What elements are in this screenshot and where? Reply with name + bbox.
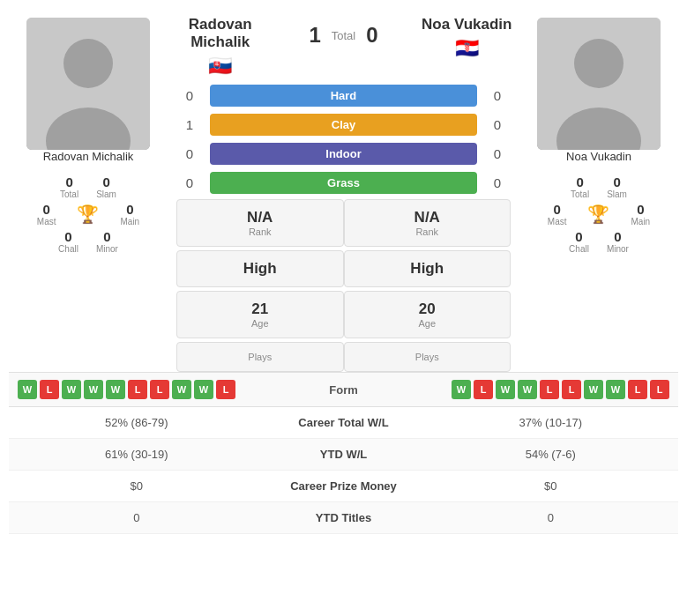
stats-row-2: $0 Career Prize Money $0 xyxy=(9,471,678,502)
player1-inline-stats: 0 Total 0 Slam 0 Mast 🏆 0 xyxy=(18,174,159,254)
form-badge-p2: W xyxy=(496,380,515,399)
player1-form: WLWWWLLWWL xyxy=(18,380,291,399)
surface-badge-grass: Grass xyxy=(210,172,477,194)
form-badge-p2: L xyxy=(628,380,647,399)
form-badge-p2: L xyxy=(650,380,669,399)
player2-chall-stat: 0 Chall xyxy=(569,229,589,254)
player2-form: WLWWLLWWLL xyxy=(397,380,670,399)
stats-center-label-1: YTD W/L xyxy=(256,448,432,461)
stats-right-val-0: 37% (10-17) xyxy=(432,416,670,429)
player1-avatar xyxy=(26,18,150,150)
stats-left-val-0: 52% (86-79) xyxy=(18,416,256,429)
player1-stats-row2: 0 Mast 🏆 0 Main xyxy=(37,202,139,226)
form-badge-p2: W xyxy=(606,380,625,399)
form-badge-p1: W xyxy=(194,380,213,399)
player1-flag: 🇸🇰 xyxy=(168,55,273,78)
player1-slam-stat: 0 Slam xyxy=(96,174,116,199)
form-label: Form xyxy=(291,383,397,397)
player2-avatar xyxy=(537,18,661,150)
svg-point-1 xyxy=(63,39,113,88)
player2-inline-stats: 0 Total 0 Slam 0 Mast 🏆 0 xyxy=(528,174,669,254)
score-block: 1 Total 0 xyxy=(273,16,414,48)
stats-row-0: 52% (86-79) Career Total W/L 37% (10-17) xyxy=(9,407,678,439)
form-badge-p1: L xyxy=(216,380,235,399)
player2-minor-stat: 0 Minor xyxy=(607,229,629,254)
form-badge-p2: W xyxy=(518,380,537,399)
player1-stats-row1: 0 Total 0 Slam xyxy=(60,174,116,199)
surface-badge-hard: Hard xyxy=(210,85,477,107)
player1-total-stat: 0 Total xyxy=(60,174,78,199)
stats-right-val-3: 0 xyxy=(432,511,670,524)
player1-name: Radovan Michalik xyxy=(43,150,134,163)
player1-chall-stat: 0 Chall xyxy=(58,229,78,254)
player2-header-name: Noa Vukadin xyxy=(414,16,520,33)
match-score2: 0 xyxy=(366,23,377,48)
surface-row-indoor: 0 Indoor 0 xyxy=(176,143,511,165)
surface-row-hard: 0 Hard 0 xyxy=(176,85,511,107)
player1-col: Radovan Michalik 0 Total 0 Slam 0 Mast xyxy=(9,9,168,372)
center-info-section: N/A Rank High 21 Age Plays xyxy=(168,196,519,372)
form-badge-p1: W xyxy=(62,380,81,399)
right-info-boxes: N/A Rank High 20 Age Plays xyxy=(344,199,512,372)
player1-header-block: Radovan Michalik 🇸🇰 xyxy=(168,16,273,78)
main-container: Radovan Michalik 0 Total 0 Slam 0 Mast xyxy=(0,0,687,543)
form-badge-p1: W xyxy=(18,380,37,399)
player1-age-box: 21 Age xyxy=(176,291,344,338)
player2-stats-row3: 0 Chall 0 Minor xyxy=(569,229,629,254)
trophy1-icon: 🏆 xyxy=(77,204,99,225)
stats-row-1: 61% (30-19) YTD W/L 54% (7-6) xyxy=(9,439,678,471)
player2-flag: 🇭🇷 xyxy=(414,37,520,60)
match-total-label: Total xyxy=(332,29,355,42)
left-info-boxes: N/A Rank High 21 Age Plays xyxy=(176,199,344,372)
form-badge-p2: L xyxy=(562,380,581,399)
player2-main-stat: 0 Main xyxy=(631,202,650,226)
player2-plays-box: Plays xyxy=(344,342,512,372)
stats-center-label-3: YTD Titles xyxy=(256,511,432,524)
player1-high-box: High xyxy=(176,250,344,287)
surface-badge-indoor: Indoor xyxy=(210,143,477,165)
player2-name: Noa Vukadin xyxy=(566,150,631,163)
form-badge-p2: W xyxy=(452,380,471,399)
form-badge-p1: L xyxy=(40,380,59,399)
form-badge-p2: L xyxy=(540,380,559,399)
form-badge-p1: L xyxy=(128,380,147,399)
player2-total-stat: 0 Total xyxy=(571,174,589,199)
surface-rows: 0 Hard 0 1 Clay 0 0 Indoor 0 xyxy=(168,83,519,196)
stats-left-val-3: 0 xyxy=(18,511,256,524)
player1-plays-box: Plays xyxy=(176,342,344,372)
form-badge-p1: L xyxy=(150,380,169,399)
player1-minor-stat: 0 Minor xyxy=(96,229,118,254)
match-score1: 1 xyxy=(309,23,320,48)
stats-row-3: 0 YTD Titles 0 xyxy=(9,502,678,534)
player2-high-box: High xyxy=(344,250,512,287)
stats-table: 52% (86-79) Career Total W/L 37% (10-17)… xyxy=(9,407,678,534)
stats-center-label-0: Career Total W/L xyxy=(256,416,432,429)
svg-point-4 xyxy=(574,39,624,88)
center-col: Radovan Michalik 🇸🇰 1 Total 0 Noa Vukadi… xyxy=(168,9,519,372)
player1-rank-box: N/A Rank xyxy=(176,199,344,247)
stats-right-val-1: 54% (7-6) xyxy=(432,448,670,461)
stats-left-val-1: 61% (30-19) xyxy=(18,448,256,461)
form-badge-p2: L xyxy=(474,380,493,399)
player2-age-box: 20 Age xyxy=(344,291,512,338)
player2-slam-stat: 0 Slam xyxy=(607,174,627,199)
form-section: WLWWWLLWWL Form WLWWLLWWLL xyxy=(9,372,678,407)
surface-badge-clay: Clay xyxy=(210,114,477,136)
form-badge-p1: W xyxy=(106,380,125,399)
player1-mast-stat: 0 Mast xyxy=(37,202,56,226)
player2-rank-box: N/A Rank xyxy=(344,199,512,247)
form-badge-p1: W xyxy=(84,380,103,399)
stats-left-val-2: $0 xyxy=(18,479,256,493)
player1-main-stat: 0 Main xyxy=(120,202,139,226)
surface-row-clay: 1 Clay 0 xyxy=(176,114,511,136)
player1-stats-row3: 0 Chall 0 Minor xyxy=(58,229,118,254)
form-badge-p2: W xyxy=(584,380,603,399)
stats-right-val-2: $0 xyxy=(432,479,670,493)
player1-header-name: Radovan Michalik xyxy=(168,16,273,51)
player2-header-block: Noa Vukadin 🇭🇷 xyxy=(414,16,520,60)
comparison-wrapper: Radovan Michalik 0 Total 0 Slam 0 Mast xyxy=(9,9,678,372)
stats-center-label-2: Career Prize Money xyxy=(256,479,432,493)
surface-row-grass: 0 Grass 0 xyxy=(176,172,511,194)
player2-stats-row2: 0 Mast 🏆 0 Main xyxy=(548,202,650,226)
player2-mast-stat: 0 Mast xyxy=(548,202,567,226)
